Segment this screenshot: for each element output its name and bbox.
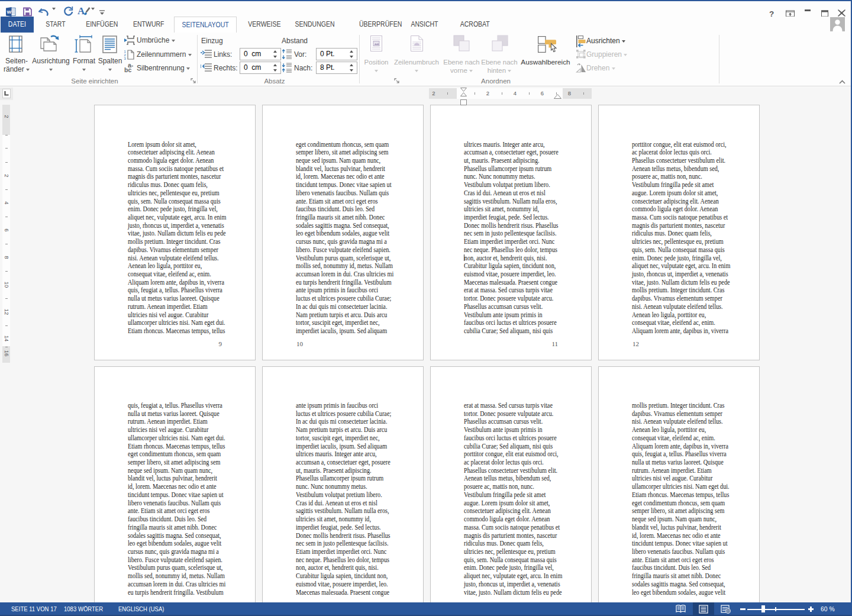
svg-text:bc: bc bbox=[124, 66, 131, 73]
svg-text:A: A bbox=[78, 5, 85, 17]
svg-text:3: 3 bbox=[124, 57, 126, 60]
